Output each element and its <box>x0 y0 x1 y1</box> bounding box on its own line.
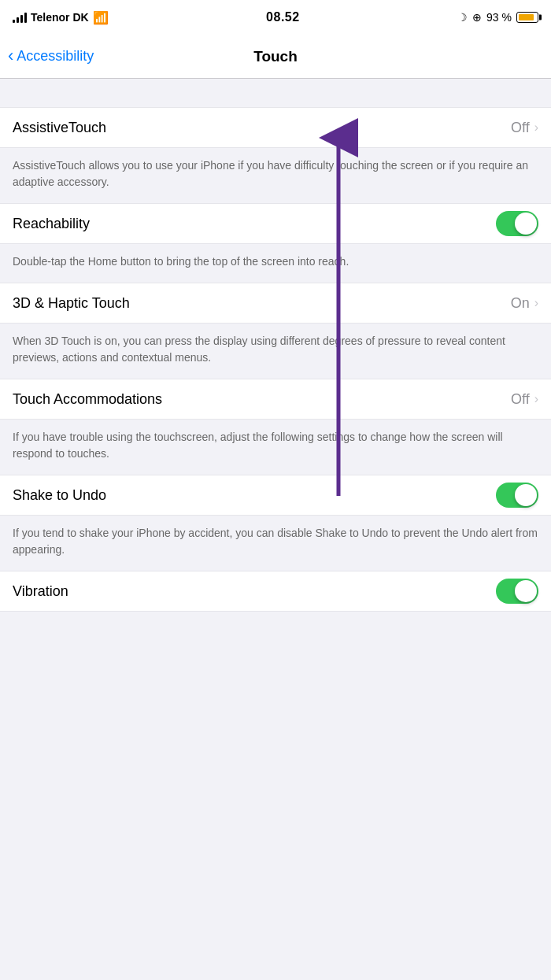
reachability-toggle[interactable] <box>496 211 538 236</box>
battery-percent: 93 % <box>486 11 512 24</box>
moon-icon: ☽ <box>457 11 468 24</box>
section-gap-1 <box>0 79 551 107</box>
3d-haptic-label: 3D & Haptic Touch <box>13 295 130 312</box>
reachability-description: Double-tap the Home button to bring the … <box>0 244 551 283</box>
reachability-toggle-knob <box>515 213 537 235</box>
vibration-toggle-area <box>496 579 538 604</box>
assistive-touch-description: AssistiveTouch allows you to use your iP… <box>0 148 551 203</box>
shake-undo-label: Shake to Undo <box>13 487 106 504</box>
wifi-icon: 📶 <box>93 10 109 25</box>
shake-undo-toggle-knob <box>515 484 537 506</box>
battery-icon <box>516 12 538 23</box>
vibration-label: Vibration <box>13 583 68 600</box>
3d-haptic-value: On <box>511 295 530 312</box>
touch-accom-description: If you have trouble using the touchscree… <box>0 420 551 475</box>
assistive-touch-chevron-icon: › <box>534 120 538 135</box>
status-right: ☽ ⊕ 93 % <box>457 11 538 24</box>
shake-undo-toggle-area <box>496 483 538 508</box>
vibration-row[interactable]: Vibration <box>0 571 551 612</box>
status-bar: Telenor DK 📶 08.52 ☽ ⊕ 93 % <box>0 0 551 35</box>
touch-accom-label: Touch Accommodations <box>13 391 162 408</box>
back-label: Accessibility <box>17 48 94 65</box>
assistive-touch-row[interactable]: AssistiveTouch Off › <box>0 107 551 148</box>
carrier-label: Telenor DK <box>31 11 89 24</box>
3d-haptic-description: When 3D Touch is on, you can press the d… <box>0 324 551 379</box>
shake-undo-row[interactable]: Shake to Undo <box>0 475 551 516</box>
touch-accom-value-area: Off › <box>511 391 538 408</box>
signal-bars-icon <box>13 12 27 23</box>
page-wrapper: Telenor DK 📶 08.52 ☽ ⊕ 93 % ‹ Accessibil… <box>0 0 551 612</box>
reachability-toggle-area <box>496 211 538 236</box>
touch-accom-row[interactable]: Touch Accommodations Off › <box>0 379 551 420</box>
status-left: Telenor DK 📶 <box>13 10 109 25</box>
shake-undo-toggle[interactable] <box>496 483 538 508</box>
assistive-touch-value: Off <box>511 120 530 136</box>
3d-haptic-value-area: On › <box>511 295 538 312</box>
vibration-toggle-knob <box>515 580 537 602</box>
back-button[interactable]: ‹ Accessibility <box>8 46 94 66</box>
vibration-toggle[interactable] <box>496 579 538 604</box>
touch-accom-chevron-icon: › <box>534 392 538 406</box>
page-title: Touch <box>253 48 298 65</box>
location-icon: ⊕ <box>472 11 482 24</box>
assistive-touch-value-area: Off › <box>511 120 538 136</box>
back-chevron-icon: ‹ <box>8 46 13 66</box>
reachability-row[interactable]: Reachability <box>0 203 551 244</box>
3d-haptic-row[interactable]: 3D & Haptic Touch On › <box>0 283 551 324</box>
battery-fill <box>519 14 534 20</box>
nav-bar: ‹ Accessibility Touch <box>0 35 551 79</box>
reachability-label: Reachability <box>13 216 90 232</box>
3d-haptic-chevron-icon: › <box>534 296 538 310</box>
assistive-touch-label: AssistiveTouch <box>13 120 106 136</box>
shake-undo-description: If you tend to shake your iPhone by acci… <box>0 516 551 571</box>
time-display: 08.52 <box>266 10 300 24</box>
touch-accom-value: Off <box>511 391 530 408</box>
